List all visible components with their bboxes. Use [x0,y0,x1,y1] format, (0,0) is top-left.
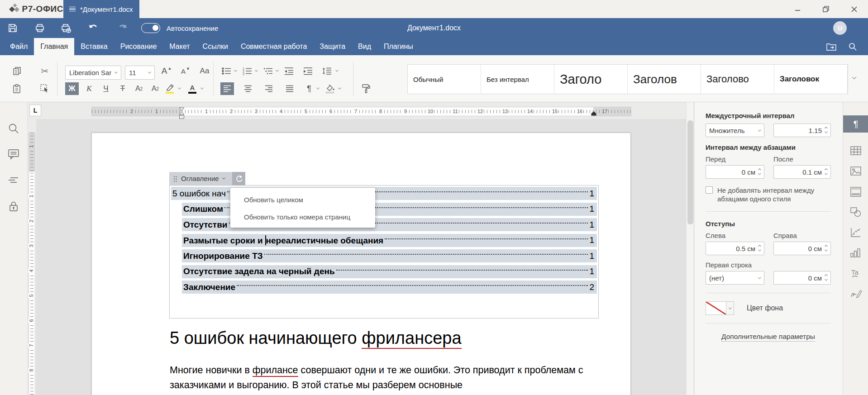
document-page[interactable]: Оглавление 5 ошибок нач1Слишком1Отсутств… [91,133,631,395]
font-size-select[interactable]: 11 [125,66,155,80]
font-color-dropdown-icon[interactable] [200,86,204,90]
style-preset[interactable]: Без интервал [481,65,554,94]
italic-button[interactable]: К [82,82,96,95]
search-icon[interactable] [848,42,857,51]
headings-icon[interactable] [8,174,19,186]
vertical-ruler[interactable]: 112345678 [28,119,36,395]
minimize-icon[interactable] [784,0,812,18]
highlight-dropdown-icon[interactable] [178,86,181,90]
scrollbar-thumb[interactable] [687,120,693,224]
user-avatar[interactable]: U [833,21,847,35]
menu-item[interactable]: Обновить только номера страниц [230,208,375,225]
drag-handle-icon[interactable] [173,176,177,182]
toc-field-control[interactable]: Оглавление [169,172,245,185]
spinner-icon[interactable] [758,245,761,252]
decrease-indent-icon[interactable] [282,65,295,77]
increase-indent-icon[interactable] [301,65,314,77]
format-painter-icon[interactable] [359,82,373,95]
menu-tab-Ссылки[interactable]: Ссылки [196,38,234,55]
autosave-toggle[interactable] [141,23,160,33]
style-preset[interactable]: Заголовок [774,65,848,94]
spinner-icon[interactable] [825,275,827,281]
nonprinting-dropdown-icon[interactable] [316,86,320,90]
quick-print-icon[interactable] [60,22,72,34]
menu-tab-Главная[interactable]: Главная [34,38,74,55]
select-tool-icon[interactable] [38,82,52,95]
nonprinting-chars-icon[interactable]: ¶ [304,82,315,95]
spinner-icon[interactable] [758,169,761,175]
restore-icon[interactable] [812,0,840,18]
menu-tab-Вставка[interactable]: Вставка [74,38,114,55]
toc-control-label[interactable]: Оглавление [181,175,219,182]
style-preset[interactable]: Заголов [628,65,701,94]
superscript-button[interactable]: A2 [132,82,146,95]
tab-stop-selector[interactable]: L [29,105,41,116]
right-indent-marker[interactable] [591,111,596,116]
line-spacing-dropdown-icon[interactable] [335,69,339,72]
document-tab[interactable]: *Документ1.docx ✕ [63,0,139,18]
no-fill-swatch-icon[interactable] [706,301,726,315]
spacing-after-input[interactable]: 0.1 см [773,165,831,179]
subscript-button[interactable]: A2 [148,82,162,95]
paragraph-settings-icon[interactable]: ¶ [843,115,868,133]
align-left-button[interactable] [220,82,234,95]
numbered-list-icon[interactable]: 123 [241,65,253,77]
menu-tab-Файл[interactable]: Файл [4,38,34,55]
shading-icon[interactable] [324,82,336,95]
menu-tab-Плагины[interactable]: Плагины [377,38,420,55]
line-spacing-type-select[interactable]: Множитель [706,124,764,137]
redo-icon[interactable] [116,22,129,34]
align-right-button[interactable] [262,82,276,95]
search-icon[interactable] [8,123,19,134]
tab-menu-icon[interactable] [69,7,76,12]
multilevel-list-dropdown-icon[interactable] [276,69,279,72]
horizontal-ruler[interactable]: 211234567891011121314151617 [91,107,631,116]
spinner-icon[interactable] [825,127,827,133]
indent-right-input[interactable]: 0 см [773,242,831,255]
menu-item[interactable]: Обновить целиком [230,191,375,208]
menu-tab-Макет[interactable]: Макет [163,38,196,55]
open-file-location-icon[interactable] [826,43,836,51]
tab-close-icon[interactable]: ✕ [138,5,145,13]
vertical-scrollbar[interactable] [686,102,694,395]
print-icon[interactable] [33,22,46,34]
same-style-spacing-checkbox[interactable]: Не добавлять интервал между абзацами одн… [706,186,831,203]
bold-button[interactable]: Ж [65,82,79,95]
first-line-indent-marker[interactable] [178,104,185,119]
checkbox-icon[interactable] [706,186,713,194]
text-art-settings-icon[interactable]: Ta [850,268,861,279]
swatch-dropdown-icon[interactable] [726,301,734,315]
bar-chart-icon[interactable] [850,248,860,258]
spinner-icon[interactable] [825,245,827,252]
toc-entry[interactable]: Игнорирование ТЗ1 [182,249,597,262]
table-settings-icon[interactable] [850,146,861,155]
multilevel-list-icon[interactable] [262,65,274,77]
chart-settings-icon[interactable] [850,228,861,238]
copy-icon[interactable] [10,65,24,77]
paste-icon[interactable] [10,82,24,95]
font-name-select[interactable]: Liberation Sar [65,66,121,80]
document-canvas[interactable]: Оглавление 5 ошибок нач1Слишком1Отсутств… [36,119,686,395]
line-spacing-value-input[interactable]: 1.15 [773,124,831,137]
background-color-swatch[interactable] [706,301,734,315]
first-line-size-input[interactable]: 0 см [773,271,831,285]
close-icon[interactable] [840,0,868,18]
increase-font-icon[interactable]: A▲ [159,65,174,77]
style-preset[interactable]: Обычный [408,65,481,94]
style-preset[interactable]: Заголо [554,65,628,94]
menu-tab-Совместная работа[interactable]: Совместная работа [234,38,313,55]
cut-icon[interactable]: ✂ [38,65,52,77]
menu-tab-Рисование[interactable]: Рисование [114,38,163,55]
strikethrough-button[interactable]: Т [116,82,129,95]
toc-refresh-button[interactable] [232,172,245,185]
toc-control-dropdown-icon[interactable] [222,176,225,180]
styles-gallery-more-icon[interactable] [852,75,857,79]
comments-icon[interactable] [8,148,19,160]
toc-entry[interactable]: Отсутствие задела на черный день1 [182,265,597,278]
line-spacing-icon[interactable] [320,65,333,77]
undo-icon[interactable] [88,22,100,34]
lock-icon[interactable] [8,200,19,212]
shading-dropdown-icon[interactable] [338,86,341,90]
align-center-button[interactable] [241,82,255,95]
underline-button[interactable]: Ч [99,82,113,95]
